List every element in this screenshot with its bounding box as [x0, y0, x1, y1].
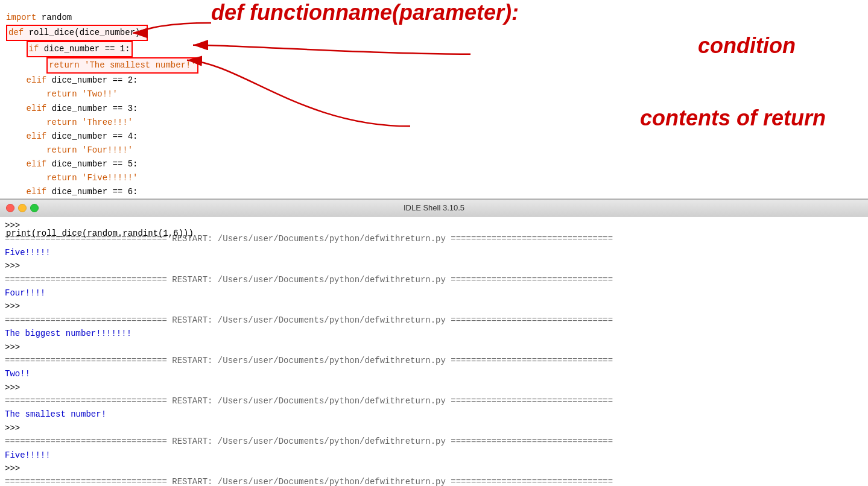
output-5: The smallest number! [5, 408, 863, 421]
restart-text-7: ================================ RESTART… [5, 477, 613, 486]
line-return-three: return 'Three!!!' [6, 118, 133, 127]
restart-text-2: ================================ RESTART… [5, 275, 613, 285]
line-elif-5: elif dice_number == 5: [6, 159, 138, 169]
output-text-5: The smallest number! [5, 409, 106, 419]
shell-title: IDLE Shell 3.10.5 [404, 203, 464, 212]
line-if: if dice_number == 1: [6, 44, 133, 54]
prompt-3: >>> [5, 301, 25, 311]
output-6: Five!!!!! [5, 449, 863, 462]
prompt-line-7: >>> [5, 462, 863, 475]
minimize-button[interactable] [18, 204, 27, 212]
restart-line-4: ================================ RESTART… [5, 354, 863, 367]
line-def: def roll_dice(dice_number): [6, 25, 148, 41]
prompt-line-4: >>> [5, 341, 863, 354]
restart-text-4: ================================ RESTART… [5, 356, 613, 365]
shell-titlebar: IDLE Shell 3.10.5 [0, 200, 868, 216]
output-text-3: The biggest number!!!!!!! [5, 329, 131, 338]
restart-text-5: ================================ RESTART… [5, 396, 613, 406]
output-1: Five!!!!! [5, 246, 863, 259]
prompt-6: >>> [5, 423, 25, 433]
restart-line-5: ================================ RESTART… [5, 394, 863, 408]
output-text-4: Two!! [5, 369, 30, 379]
line-elif-3: elif dice_number == 3: [6, 104, 138, 113]
output-4: Two!! [5, 367, 863, 380]
line-elif-2: elif dice_number == 2: [6, 75, 138, 85]
output-text-6: Five!!!!! [5, 450, 51, 460]
prompt-2: >>> [5, 261, 25, 271]
line-print: print(roll_dice(random.randint(1,6))) [6, 229, 194, 238]
annotation-def-label: def functionname(parameter): [211, 0, 519, 25]
output-2: Four!!!! [5, 286, 863, 300]
prompt-line-3: >>> [5, 300, 863, 313]
restart-text-3: ================================ RESTART… [5, 315, 613, 325]
prompt-5: >>> [5, 383, 25, 393]
restart-line-2: ================================ RESTART… [5, 273, 863, 286]
maximize-button[interactable] [30, 204, 39, 212]
traffic-lights [6, 204, 39, 212]
shell-content[interactable]: >>> ================================ RES… [0, 216, 868, 486]
annotation-contents-label: contents of return [640, 106, 826, 131]
annotation-condition-label: condition [698, 33, 796, 58]
prompt-line-5: >>> [5, 381, 863, 394]
restart-line-7: ================================ RESTART… [5, 475, 863, 486]
restart-text-6: ================================ RESTART… [5, 437, 613, 446]
line-elif-4: elif dice_number == 4: [6, 131, 138, 141]
restart-line-3: ================================ RESTART… [5, 314, 863, 327]
prompt-line-6: >>> [5, 421, 863, 435]
output-text-2: Four!!!! [5, 288, 45, 298]
output-text-1: Five!!!!! [5, 248, 51, 257]
output-3: The biggest number!!!!!!! [5, 327, 863, 340]
line-return-two: return 'Two!!' [6, 89, 118, 99]
line-return-four: return 'Four!!!!' [6, 145, 133, 155]
line-elif-6: elif dice_number == 6: [6, 187, 138, 197]
line-import: import random [6, 13, 72, 22]
prompt-7: >>> [5, 464, 25, 473]
restart-line-6: ================================ RESTART… [5, 435, 863, 448]
prompt-line-2: >>> [5, 259, 863, 273]
prompt-4: >>> [5, 342, 25, 352]
code-editor: import random def roll_dice(dice_number)… [0, 0, 868, 199]
line-return-five: return 'Five!!!!!' [6, 173, 138, 183]
close-button[interactable] [6, 204, 14, 212]
line-return-smallest: return 'The smallest number!' [6, 60, 198, 70]
